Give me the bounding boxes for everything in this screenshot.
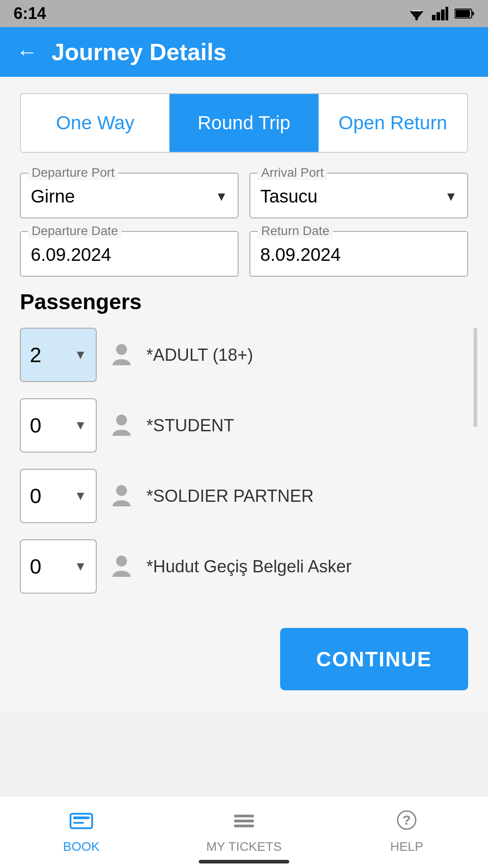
departure-port-label: Departure Port: [28, 165, 118, 180]
page-title: Journey Details: [52, 38, 226, 66]
page-content: One Way Round Trip Open Return Departure…: [0, 77, 488, 713]
student-count: 0: [30, 413, 42, 438]
adult-count-arrow: ▼: [74, 348, 87, 362]
passenger-row-adult: 2 ▼ *ADULT (18+): [20, 328, 468, 382]
departure-date-label: Departure Date: [28, 224, 122, 238]
passenger-row-hudut: 0 ▼ *Hudut Geçiş Belgeli Asker: [20, 539, 468, 594]
continue-area: CONTINUE: [20, 610, 468, 713]
book-icon: [70, 811, 93, 835]
status-bar: 6:14: [0, 0, 488, 27]
scroll-indicator: [474, 328, 477, 427]
arrival-port-value[interactable]: Tasucu ▼: [260, 182, 457, 211]
nav-tickets-label: MY TICKETS: [206, 840, 282, 854]
passenger-row-soldier-partner: 0 ▼ *SOLDIER PARTNER: [20, 469, 468, 523]
bottom-navigation: BOOK MY TICKETS ? HELP: [0, 796, 488, 868]
arrival-port-label: Arrival Port: [258, 165, 327, 180]
hudut-icon: [110, 554, 133, 579]
return-date-value: 8.09.2024: [260, 240, 457, 269]
status-icons: [408, 7, 474, 20]
soldier-partner-icon: [110, 484, 133, 509]
svg-rect-18: [234, 815, 254, 817]
svg-point-14: [116, 556, 127, 566]
svg-rect-9: [455, 10, 470, 17]
tab-open-return[interactable]: Open Return: [319, 94, 467, 152]
departure-port-value[interactable]: Girne ▼: [31, 182, 228, 211]
departure-port-field[interactable]: Departure Port Girne ▼: [20, 173, 239, 218]
soldier-partner-count-arrow: ▼: [74, 489, 87, 503]
student-icon: [110, 413, 133, 438]
return-date-field[interactable]: Return Date 8.09.2024: [249, 231, 468, 277]
departure-date-value: 6.09.2024: [31, 240, 228, 269]
svg-rect-21: [239, 815, 241, 817]
svg-rect-23: [239, 825, 241, 827]
nav-book-label: BOOK: [63, 840, 100, 854]
student-count-arrow: ▼: [74, 418, 87, 433]
svg-rect-16: [73, 816, 89, 819]
departure-date-field[interactable]: Departure Date 6.09.2024: [20, 231, 239, 277]
soldier-partner-label: *SOLDIER PARTNER: [146, 486, 314, 506]
svg-rect-17: [73, 822, 84, 824]
student-label: *STUDENT: [146, 416, 234, 435]
continue-button[interactable]: CONTINUE: [280, 628, 468, 690]
svg-rect-15: [70, 814, 92, 828]
hudut-count-arrow: ▼: [74, 559, 87, 574]
svg-rect-20: [234, 825, 254, 827]
tab-one-way[interactable]: One Way: [21, 94, 169, 152]
soldier-partner-count: 0: [30, 484, 42, 508]
adult-label: *ADULT (18+): [146, 345, 253, 365]
home-indicator: [199, 860, 289, 863]
student-count-selector[interactable]: 0 ▼: [20, 398, 97, 453]
nav-item-book[interactable]: BOOK: [0, 811, 163, 854]
adult-count: 2: [30, 343, 42, 367]
svg-rect-7: [446, 7, 448, 20]
svg-point-12: [116, 415, 127, 425]
page-header: ← Journey Details: [0, 27, 488, 77]
hudut-count: 0: [30, 554, 42, 579]
trip-type-tabs: One Way Round Trip Open Return: [20, 93, 468, 153]
svg-point-11: [116, 344, 127, 355]
arrival-port-field[interactable]: Arrival Port Tasucu ▼: [249, 173, 468, 218]
signal-icon: [432, 7, 448, 20]
hudut-label: *Hudut Geçiş Belgeli Asker: [146, 557, 352, 576]
departure-port-arrow: ▼: [215, 189, 228, 204]
svg-text:?: ?: [403, 812, 411, 827]
return-date-label: Return Date: [258, 224, 333, 238]
passengers-title: Passengers: [20, 289, 468, 314]
wifi-icon: [408, 7, 426, 20]
svg-rect-5: [436, 12, 440, 20]
tab-round-trip[interactable]: Round Trip: [169, 94, 318, 152]
nav-help-label: HELP: [390, 840, 423, 854]
date-row: Departure Date 6.09.2024 Return Date 8.0…: [20, 231, 468, 277]
battery-icon: [455, 8, 474, 19]
svg-point-13: [116, 485, 127, 496]
status-time: 6:14: [14, 4, 46, 23]
svg-point-3: [415, 18, 418, 20]
nav-item-my-tickets[interactable]: MY TICKETS: [163, 811, 325, 854]
svg-rect-19: [234, 820, 254, 822]
soldier-partner-count-selector[interactable]: 0 ▼: [20, 469, 97, 523]
hudut-count-selector[interactable]: 0 ▼: [20, 539, 97, 594]
passenger-row-student: 0 ▼ *STUDENT: [20, 398, 468, 453]
svg-rect-10: [472, 12, 474, 15]
nav-item-help[interactable]: ? HELP: [325, 810, 488, 854]
adult-count-selector[interactable]: 2 ▼: [20, 328, 97, 382]
svg-rect-4: [432, 15, 436, 20]
help-icon: ?: [397, 810, 417, 835]
adult-icon: [110, 343, 133, 368]
passengers-container: 2 ▼ *ADULT (18+) 0 ▼: [20, 328, 468, 594]
my-tickets-icon: [232, 811, 256, 835]
svg-rect-22: [239, 820, 241, 822]
arrival-port-arrow: ▼: [445, 189, 457, 204]
svg-rect-6: [441, 9, 445, 20]
port-row: Departure Port Girne ▼ Arrival Port Tasu…: [20, 173, 468, 218]
back-button[interactable]: ←: [16, 41, 38, 63]
